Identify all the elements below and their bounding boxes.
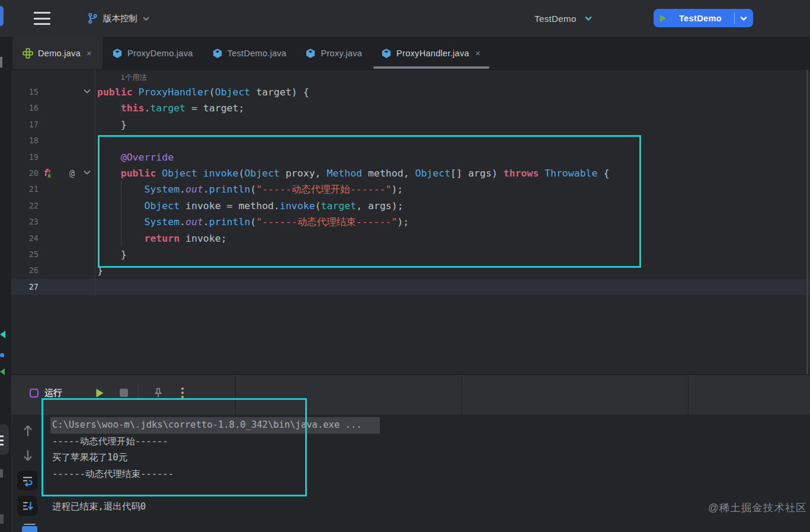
code-text: System.out.println("-----动态代理开始------"); [95,181,810,197]
code-line-20[interactable]: 20f↑x@ public Object invoke(Object proxy… [11,165,810,181]
gutter [39,181,95,197]
code-editor[interactable]: 1个用法15public ProxyHandler(Object target)… [11,70,810,374]
close-icon[interactable]: × [85,47,93,59]
editor-tab-bar: Demo.java×ProxyDemo.javaTestDemo.javaPro… [11,37,810,70]
command-line-text[interactable]: C:\Users\woo-m\.jdks\corretto-1.8.0_342\… [50,417,380,434]
close-icon[interactable]: × [474,47,482,59]
chevron-down-icon [143,17,149,21]
code-line-16[interactable]: 16 this.target = target; [11,100,810,116]
line-number: 22 [11,198,39,214]
stop-button[interactable] [117,386,130,399]
fold-chevron-icon[interactable] [83,169,91,175]
code-text: } [95,246,810,262]
run-tab-label: 运行 [44,387,62,399]
code-line-22[interactable]: 22 Object invoke = method.invoke(target,… [11,198,810,214]
gutter [39,214,95,230]
rerun-button[interactable] [93,386,106,399]
chevron-down-icon [585,16,592,21]
java-class-icon [381,48,392,59]
tab-testdemo-java[interactable]: TestDemo.java [203,37,296,69]
code-text: } [95,262,810,278]
line-number: 19 [11,149,39,165]
line-number: 27 [11,279,39,295]
hamburger-menu-icon[interactable] [34,12,50,25]
code-line-15[interactable]: 15public ProxyHandler(Object target) { [11,84,810,100]
line-number: 21 [11,181,39,197]
gutter [39,133,95,149]
code-line-19[interactable]: 19 @Override [11,149,810,165]
code-text: @Override [95,149,810,165]
run-config-selector[interactable]: TestDemo [534,9,592,28]
code-line-25[interactable]: 25 } [11,246,810,262]
run-button-divider [734,12,735,24]
console-line-1: C:\Users\woo-m\.jdks\corretto-1.8.0_342\… [52,417,798,434]
pin-icon[interactable] [152,386,165,399]
line-number: 16 [11,100,39,116]
line-number: 17 [11,117,39,133]
run-console: C:\Users\woo-m\.jdks\corretto-1.8.0_342\… [11,415,810,532]
code-text: return invoke; [95,230,810,246]
left-tool-stripe [0,37,11,532]
git-branch-icon [88,12,98,24]
more-options-kebab-icon[interactable] [176,386,189,399]
usages-hint[interactable]: 1个用法 [121,73,147,82]
tab-label: ProxyHandler.java [396,49,469,58]
toolbar-divider [138,384,139,400]
editor-scrollbar[interactable] [806,70,808,374]
tab-demo-java[interactable]: Demo.java× [13,37,103,69]
scroll-up-button[interactable] [20,422,36,440]
annotation-gutter-icon[interactable]: @ [69,166,75,182]
run-config-label: TestDemo [534,14,577,24]
soft-wrap-toggle[interactable] [17,470,37,491]
run-tool-window-tab[interactable]: 运行 [30,387,62,399]
run-button[interactable]: TestDemo [654,9,753,27]
code-text: this.target = target; [95,100,810,116]
tab-proxyhandler-java[interactable]: ProxyHandler.java× [372,37,491,69]
overriding-method-icon[interactable]: f↑x [43,166,56,181]
gutter [39,84,95,100]
gutter [39,230,95,246]
gutter [39,198,95,214]
stripe-fragment-gray3 [0,514,4,524]
code-line-24[interactable]: 24 return invoke; [11,230,810,246]
code-text: } [95,117,810,133]
java-class-icon [112,48,123,59]
stripe-fragment-blue-dot [0,353,4,357]
tab-label: TestDemo.java [228,49,287,58]
clear-console-button[interactable] [21,524,39,532]
header-separator [688,375,689,415]
gutter [39,262,95,278]
run-button-label: TestDemo [672,14,729,23]
tab-label: ProxyDemo.java [127,49,193,58]
gutter [39,149,95,165]
play-icon [659,14,667,23]
fold-chevron-icon[interactable] [83,88,91,94]
stripe-tool-button[interactable] [0,424,9,455]
code-line-23[interactable]: 23 System.out.println("------动态代理结束-----… [11,214,810,230]
vcs-widget[interactable]: 版本控制 [83,9,154,28]
java-class-icon [305,48,316,59]
gutter [39,117,95,133]
run-options-chevron-icon[interactable] [740,16,747,21]
line-number: 20 [11,165,39,181]
ide-window: { "topbar": { "vcs_label": "版本控制", "run_… [0,0,810,532]
scroll-to-end-button[interactable] [17,496,37,516]
tab-proxydemo-java[interactable]: ProxyDemo.java [103,37,203,69]
code-line-21[interactable]: 21 System.out.println("-----动态代理开始------… [11,181,810,197]
gutter: f↑x@ [39,165,95,181]
line-number: 18 [11,133,39,149]
header-separator [461,375,462,415]
code-line-17[interactable]: 17 } [11,117,810,133]
code-lines: 1个用法15public ProxyHandler(Object target)… [11,70,810,295]
code-line-18[interactable]: 18 [11,133,810,149]
code-text: System.out.println("------动态代理结束------")… [95,214,810,230]
gutter [39,246,95,262]
header-separator [235,375,236,415]
console-line-6: 进程已结束,退出代码0 [52,499,798,515]
code-line-27[interactable]: 27 [11,279,810,295]
scroll-down-button[interactable] [20,447,36,464]
line-number: 24 [11,230,39,246]
console-line-5 [52,482,798,499]
tab-proxy-java[interactable]: Proxy.java [296,37,372,69]
code-line-26[interactable]: 26} [11,262,810,278]
